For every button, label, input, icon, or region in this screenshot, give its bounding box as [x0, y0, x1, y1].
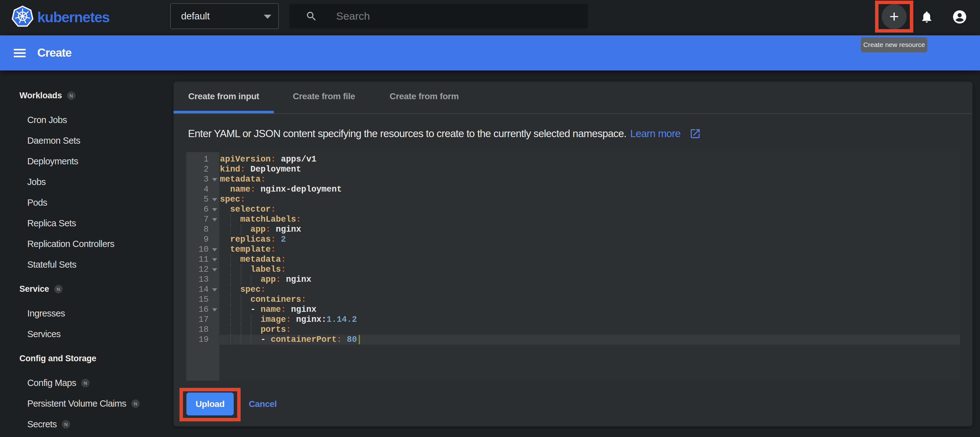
new-badge: N [81, 379, 90, 387]
gutter-row: 17 [186, 315, 219, 325]
indent-guide [230, 335, 231, 345]
indent-guide [230, 274, 231, 285]
indent-guide [251, 325, 251, 335]
line-number: 14 [199, 285, 208, 294]
fold-arrow-icon[interactable] [212, 308, 217, 312]
line-number: 1 [204, 154, 208, 164]
line-number: 2 [204, 164, 208, 174]
indent-guide [240, 305, 241, 315]
yaml-editor[interactable]: 12345678910111213141516171819 apiVersion… [186, 152, 960, 381]
tab-create-from-file[interactable]: Create from file [274, 82, 374, 111]
search-input[interactable] [336, 10, 574, 22]
tab-create-from-form[interactable]: Create from form [374, 82, 474, 111]
line-number: 3 [204, 174, 208, 184]
code-line-9: replicas: 2 [219, 234, 960, 244]
cancel-button[interactable]: Cancel [249, 393, 277, 415]
sidebar-item-services[interactable]: Services [0, 324, 173, 344]
line-number: 15 [199, 294, 208, 305]
sidebar-item-label: Pods [27, 198, 47, 208]
sidebar-item-stateful-sets[interactable]: Stateful Sets [0, 254, 173, 275]
indent-guide [240, 294, 241, 305]
line-number: 9 [204, 234, 208, 244]
gutter-row: 10 [186, 244, 219, 255]
kubernetes-wordmark: kubernetes [37, 8, 109, 25]
sidebar-item-label: Ingresses [27, 308, 65, 319]
indent-guide [240, 264, 241, 274]
sidebar-section-config-and-storage[interactable]: Config and Storage [0, 348, 173, 369]
app-bar [0, 35, 980, 70]
page-title: Create [37, 35, 72, 70]
line-number: 12 [199, 264, 208, 274]
create-new-resource-tooltip: Create new resource [861, 37, 928, 52]
line-number: 7 [204, 214, 208, 225]
annotation-box-plus [875, 1, 913, 33]
line-number: 18 [199, 325, 208, 335]
gutter-row: 6 [186, 204, 219, 214]
sidebar-item-replication-controllers[interactable]: Replication Controllers [0, 234, 173, 254]
indent-guide [230, 285, 231, 294]
gutter-row: 15 [186, 294, 219, 305]
tab-create-from-input[interactable]: Create from input [173, 82, 274, 111]
line-number: 8 [204, 225, 208, 234]
sidebar-section-workloads[interactable]: WorkloadsN [0, 85, 173, 106]
fold-arrow-icon[interactable] [212, 218, 217, 221]
indent-guide [230, 315, 231, 325]
code-line-3: metadata: [219, 174, 960, 184]
fold-arrow-icon[interactable] [212, 198, 217, 201]
sidebar-item-label: Daemon Sets [27, 136, 80, 146]
line-number: 10 [199, 244, 208, 255]
menu-hamburger-icon[interactable] [14, 49, 26, 57]
gutter-row: 2 [186, 164, 219, 174]
indent-guide [240, 315, 241, 325]
gutter-row: 3 [186, 174, 219, 184]
indent-guide [230, 294, 231, 305]
fold-arrow-icon[interactable] [212, 258, 217, 261]
line-number: 13 [199, 274, 208, 285]
chevron-down-icon [264, 15, 271, 19]
gutter-row: 4 [186, 184, 219, 195]
gutter-row: 5 [186, 195, 219, 204]
sidebar-nav: WorkloadsNCron JobsDaemon SetsDeployment… [0, 70, 173, 437]
gutter-row: 18 [186, 325, 219, 335]
fold-arrow-icon[interactable] [212, 268, 217, 271]
text-cursor [359, 335, 360, 344]
indent-guide [251, 335, 251, 345]
sidebar-item-jobs[interactable]: Jobs [0, 171, 173, 192]
namespace-selector[interactable]: default [170, 3, 279, 29]
learn-more-link[interactable]: Learn more [630, 128, 681, 139]
sidebar-item-label: Jobs [27, 177, 46, 187]
code-line-10: template: [219, 244, 960, 255]
sidebar-item-config-maps[interactable]: Config MapsN [0, 372, 173, 393]
editor-description: Enter YAML or JSON content specifying th… [188, 127, 701, 141]
account-circle-icon[interactable] [953, 10, 967, 24]
code-line-14: spec: [219, 285, 960, 294]
code-line-1: apiVersion: apps/v1 [219, 154, 960, 164]
tab-bar: Create from inputCreate from fileCreate … [173, 82, 474, 113]
sidebar-item-pods[interactable]: Pods [0, 192, 173, 213]
gutter-row: 14 [186, 285, 219, 294]
new-badge: N [54, 285, 63, 293]
sidebar-item-replica-sets[interactable]: Replica Sets [0, 213, 173, 234]
sidebar-item-label: Replication Controllers [27, 239, 115, 249]
search-icon [305, 10, 317, 22]
gutter-row: 16 [186, 305, 219, 315]
indent-guide [230, 305, 231, 315]
fold-arrow-icon[interactable] [212, 288, 217, 291]
code-line-5: spec: [219, 195, 960, 204]
sidebar-section-service[interactable]: ServiceN [0, 279, 173, 299]
sidebar-item-persistent-volume-claims[interactable]: Persistent Volume ClaimsN [0, 393, 173, 414]
sidebar-item-secrets[interactable]: SecretsN [0, 414, 173, 434]
code-line-15: containers: [219, 294, 960, 305]
sidebar-item-ingresses[interactable]: Ingresses [0, 303, 173, 324]
sidebar-item-label: Services [27, 329, 60, 339]
fold-arrow-icon[interactable] [212, 248, 217, 251]
search-box[interactable] [289, 4, 588, 28]
fold-arrow-icon[interactable] [212, 208, 217, 211]
sidebar-item-deployments[interactable]: Deployments [0, 151, 173, 171]
code-line-6: selector: [219, 204, 960, 214]
sidebar-item-daemon-sets[interactable]: Daemon Sets [0, 130, 173, 151]
line-number: 5 [204, 195, 208, 204]
notifications-bell-icon[interactable] [920, 10, 934, 24]
fold-arrow-icon[interactable] [212, 178, 217, 181]
sidebar-item-cron-jobs[interactable]: Cron Jobs [0, 109, 173, 130]
